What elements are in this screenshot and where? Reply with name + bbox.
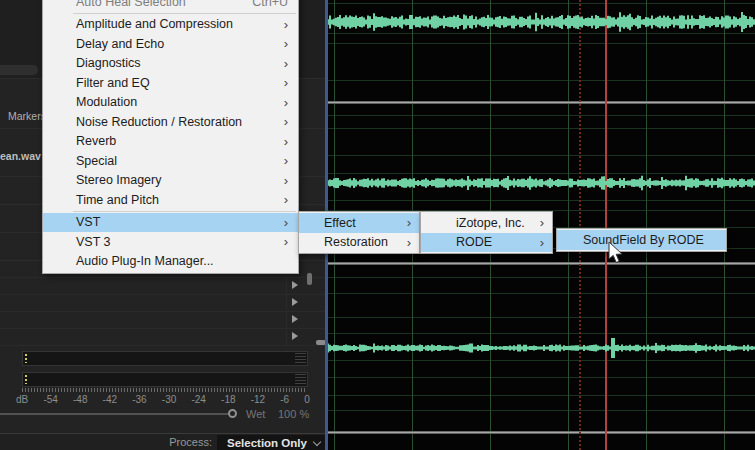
menu-item-rode[interactable]: RODE xyxy=(421,233,552,253)
submenu-arrow-icon xyxy=(276,37,288,50)
meter-scale-cap xyxy=(295,374,306,385)
menu-item-label: iZotope, Inc. xyxy=(456,216,532,230)
menu-item-auto-heal[interactable]: Auto Heal Selection Ctrl+U xyxy=(43,0,298,12)
menu-item-label: Diagnostics xyxy=(76,56,276,70)
db-label: -18 xyxy=(221,394,235,405)
menu-item-label: VST 3 xyxy=(76,235,276,249)
process-dropdown[interactable]: Selection Only xyxy=(217,435,328,450)
expand-arrow-icon[interactable] xyxy=(292,281,298,289)
scrollbar-thumb[interactable] xyxy=(307,273,312,285)
menu-item-noise-reduction[interactable]: Noise Reduction / Restoration xyxy=(43,112,298,132)
menu-item-special[interactable]: Special xyxy=(43,151,298,171)
submenu-arrow-icon xyxy=(276,235,288,248)
menu-item-vst[interactable]: VST xyxy=(43,213,298,233)
db-label: -54 xyxy=(43,394,57,405)
menu-item-label: Stereo Imagery xyxy=(76,173,276,187)
db-label: -48 xyxy=(73,394,87,405)
db-label: -36 xyxy=(132,394,146,405)
menu-item-audio-plugin-manager[interactable]: Audio Plug-In Manager... xyxy=(43,252,298,272)
menu-item-label: Modulation xyxy=(76,95,276,109)
level-meter-right xyxy=(22,372,308,387)
menu-item-shortcut: Ctrl+U xyxy=(228,0,288,9)
audition-app-window: Markers ean.wav dB -54 xyxy=(0,0,755,450)
meter-peak-tick xyxy=(25,354,27,363)
menu-item-label: Delay and Echo xyxy=(76,37,276,51)
submenu-arrow-icon xyxy=(276,18,288,31)
menu-item-label: Restoration xyxy=(324,235,399,249)
menu-item-label: RODE xyxy=(456,235,532,249)
mix-label: Wet xyxy=(246,408,265,420)
menu-item-label: Amplitude and Compression xyxy=(76,17,276,31)
process-label: Process: xyxy=(100,436,212,448)
meter-scale-cap xyxy=(295,353,306,364)
db-label: -30 xyxy=(162,394,176,405)
menu-item-label: Reverb xyxy=(76,134,276,148)
file-name-label[interactable]: ean.wav xyxy=(0,150,41,162)
menu-item-label: Noise Reduction / Restoration xyxy=(76,115,276,129)
menu-item-filter-and-eq[interactable]: Filter and EQ xyxy=(43,73,298,93)
menu-item-time-and-pitch[interactable]: Time and Pitch xyxy=(43,190,298,210)
mouse-cursor-icon xyxy=(608,241,626,265)
submenu-arrow-icon xyxy=(276,96,288,109)
menu-item-vst3[interactable]: VST 3 xyxy=(43,232,298,252)
panel-handle[interactable] xyxy=(0,65,38,75)
mix-slider-knob[interactable] xyxy=(228,409,237,418)
db-label: -24 xyxy=(191,394,205,405)
submenu-arrow-icon xyxy=(276,135,288,148)
mix-slider-track[interactable] xyxy=(0,413,228,415)
menu-item-delay-and-echo[interactable]: Delay and Echo xyxy=(43,34,298,54)
meter-peak-tick xyxy=(25,375,27,384)
menu-item-label: Special xyxy=(76,154,276,168)
submenu-arrow-icon xyxy=(276,76,288,89)
submenu-arrow-icon xyxy=(276,57,288,70)
submenu-arrow-icon xyxy=(399,236,411,249)
submenu-arrow-icon xyxy=(532,216,544,229)
rode-plugin-submenu: SoundField By RODE xyxy=(556,228,727,252)
process-bar: Process: Selection Only xyxy=(0,433,328,450)
vst-submenu: Effect Restoration xyxy=(298,211,420,254)
db-scale-labels: dB -54 -48 -42 -36 -30 -24 -18 -12 -6 0 xyxy=(16,394,310,405)
menu-item-modulation[interactable]: Modulation xyxy=(43,93,298,113)
menu-item-diagnostics[interactable]: Diagnostics xyxy=(43,54,298,74)
submenu-arrow-icon xyxy=(532,236,544,249)
menu-item-label: SoundField By RODE xyxy=(583,233,718,247)
tab-markers[interactable]: Markers xyxy=(8,110,46,122)
db-label: -6 xyxy=(280,394,289,405)
menu-item-reverb[interactable]: Reverb xyxy=(43,132,298,152)
chevron-down-icon xyxy=(313,438,321,446)
menu-item-label: VST xyxy=(76,215,276,229)
db-label: dB xyxy=(16,394,28,405)
menu-item-restoration[interactable]: Restoration xyxy=(299,233,419,253)
expand-arrow-icon[interactable] xyxy=(292,332,298,340)
submenu-arrow-icon xyxy=(276,154,288,167)
menu-item-label: Audio Plug-In Manager... xyxy=(76,254,288,268)
menu-separator xyxy=(73,211,296,212)
menu-item-label: Filter and EQ xyxy=(76,76,276,90)
submenu-arrow-icon xyxy=(276,216,288,229)
submenu-arrow-icon xyxy=(399,216,411,229)
menu-separator xyxy=(73,13,296,14)
submenu-arrow-icon xyxy=(276,115,288,128)
menu-item-amplitude-and-compression[interactable]: Amplitude and Compression xyxy=(43,15,298,35)
effect-vendor-submenu: iZotope, Inc. RODE xyxy=(420,211,553,254)
expand-arrow-icon[interactable] xyxy=(292,315,298,323)
menu-item-label: Auto Heal Selection xyxy=(76,0,228,9)
db-label: -12 xyxy=(251,394,265,405)
menu-item-effect[interactable]: Effect xyxy=(299,213,419,233)
expand-arrow-icon[interactable] xyxy=(292,298,298,306)
menu-item-soundfield-by-rode[interactable]: SoundField By RODE xyxy=(557,230,726,250)
effects-menu: Auto Heal Selection Ctrl+U Amplitude and… xyxy=(42,0,299,274)
menu-item-label: Time and Pitch xyxy=(76,193,276,207)
submenu-arrow-icon xyxy=(276,193,288,206)
menu-item-label: Effect xyxy=(324,216,399,230)
db-ruler-ticks xyxy=(22,388,306,392)
level-meter-left xyxy=(22,351,308,366)
menu-item-stereo-imagery[interactable]: Stereo Imagery xyxy=(43,171,298,191)
submenu-arrow-icon xyxy=(276,174,288,187)
mix-value[interactable]: 100 % xyxy=(278,408,309,420)
menu-item-izotope[interactable]: iZotope, Inc. xyxy=(421,213,552,233)
process-dropdown-value: Selection Only xyxy=(227,437,307,449)
db-label: -42 xyxy=(103,394,117,405)
db-label: 0 xyxy=(304,394,310,405)
